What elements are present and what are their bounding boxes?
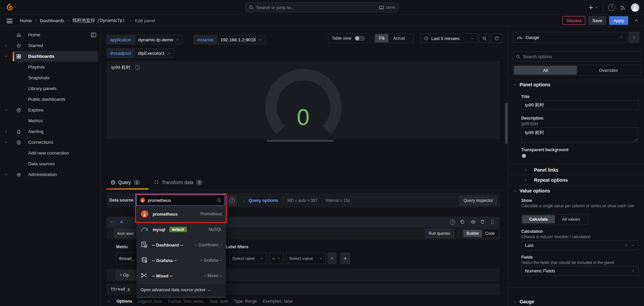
exemplars-meta: Exemplars: false: [263, 299, 293, 304]
fill-option[interactable]: Fill: [375, 34, 388, 42]
chevron-right-icon: [524, 168, 527, 172]
datasource-picker-input[interactable]: prometheus: [137, 195, 225, 206]
breadcrumb-home[interactable]: Home: [20, 18, 32, 23]
panel-resize-handle[interactable]: [267, 140, 334, 142]
open-advanced-picker-link[interactable]: Open advanced data source picker →: [137, 283, 226, 296]
query-help-icon[interactable]: ?: [450, 219, 455, 225]
news-icon[interactable]: [620, 4, 626, 11]
tab-all[interactable]: All: [514, 66, 577, 75]
info-icon[interactable]: i: [135, 65, 140, 70]
sidebar-item-home[interactable]: Home: [0, 30, 101, 40]
all-values-option[interactable]: All values: [555, 215, 587, 223]
collapse-pane-button[interactable]: [629, 32, 639, 43]
help-button[interactable]: ?: [608, 4, 615, 11]
chevron-right-icon[interactable]: [4, 173, 8, 176]
trash-icon[interactable]: [480, 219, 485, 224]
sidebar-item-connections[interactable]: Connections: [0, 137, 101, 148]
section-value-options[interactable]: Value options: [513, 188, 550, 193]
sidebar-item-data-sources[interactable]: Data sources: [0, 159, 101, 169]
options-toggle[interactable]: Options: [116, 299, 132, 304]
sidebar-item-public-dashboards[interactable]: Public dashboards: [0, 94, 101, 105]
save-button[interactable]: Save: [588, 16, 606, 25]
builder-option[interactable]: Builder: [463, 230, 482, 237]
description-textarea[interactable]: tp99 耗时: [521, 127, 638, 143]
apply-button[interactable]: Apply: [609, 16, 628, 25]
fields-select[interactable]: Numeric Fields: [521, 266, 639, 276]
menu-toggle-button[interactable]: [7, 19, 12, 25]
add-filter-button[interactable]: [340, 253, 350, 264]
title-input[interactable]: tp99 耗时: [521, 100, 639, 110]
sidebar-item-metrics[interactable]: Metrics: [0, 116, 101, 126]
resize-corner-icon[interactable]: [634, 138, 637, 141]
close-icon[interactable]: [624, 244, 628, 247]
datasource-option-prometheus[interactable]: prometheus Prometheus: [137, 206, 226, 222]
chevron-down-icon[interactable]: [4, 54, 8, 58]
chevron-down-icon[interactable]: [4, 108, 8, 112]
tab-transform-data[interactable]: Transform data 0: [154, 179, 203, 185]
drag-handle-icon[interactable]: [490, 220, 495, 224]
kick-start-button[interactable]: Kick start: [114, 229, 137, 238]
query-inspector-button[interactable]: Query inspector: [460, 195, 497, 206]
grafana-logo[interactable]: [6, 3, 13, 11]
copy-icon[interactable]: [460, 219, 465, 224]
sidebar-item-administration[interactable]: Administration: [0, 169, 101, 180]
query-options-toggle[interactable]: Query options: [249, 198, 278, 203]
zoom-out-button[interactable]: [479, 34, 489, 43]
user-avatar[interactable]: [631, 3, 639, 12]
sidebar-item-explore[interactable]: Explore: [0, 105, 101, 116]
chevron-down-icon[interactable]: [109, 220, 113, 224]
breadcrumb-dashboard-name[interactable]: 线程池监控（DynamicTp）: [72, 17, 127, 24]
chevron-right-icon[interactable]: [4, 44, 8, 47]
section-repeat-options[interactable]: Repeat options: [513, 177, 568, 183]
mixed-datasource-icon: [141, 272, 148, 279]
sidebar-item-dashboards[interactable]: Dashboards: [0, 51, 101, 62]
calculation-select[interactable]: Last: [521, 241, 639, 250]
sidebar-item-snapshots[interactable]: Snapshots: [0, 73, 101, 83]
toggle-off[interactable]: [355, 36, 365, 41]
remove-filter-button[interactable]: [328, 253, 336, 264]
discard-button[interactable]: Discard: [562, 16, 585, 25]
vertical-scrollbar[interactable]: [505, 103, 507, 144]
search-options-input[interactable]: Search options: [513, 51, 641, 61]
chevron-down-icon[interactable]: [4, 140, 8, 144]
datasource-option-grafana[interactable]: -- Grafana -- -- Grafana --: [137, 253, 226, 268]
calculate-option[interactable]: Calculate: [522, 215, 555, 223]
variable-value-dropdown[interactable]: dynamic-tp-demo: [135, 35, 183, 44]
chevron-right-icon[interactable]: [107, 300, 110, 303]
section-gauge[interactable]: Gauge: [513, 299, 534, 304]
visualization-picker[interactable]: Gauge: [513, 32, 627, 43]
sidebar-item-library-panels[interactable]: Library panels: [0, 83, 101, 94]
section-panel-options[interactable]: Panel options: [513, 82, 550, 87]
datasource-option-dashboard[interactable]: -- Dashboard -- -- Dashboard --: [137, 237, 226, 253]
datasource-option-mixed[interactable]: -- Mixed -- -- Mixed --: [137, 268, 226, 283]
code-option[interactable]: Code: [482, 230, 497, 237]
chevron-right-icon[interactable]: [242, 199, 246, 203]
chevron-right-icon[interactable]: [4, 130, 8, 133]
collapse-controls-icon[interactable]: [634, 18, 639, 23]
datasource-option-mysql[interactable]: mysql default MySQL: [137, 222, 226, 237]
time-range-picker[interactable]: Last 5 minutes: [420, 34, 478, 43]
refresh-button[interactable]: [491, 34, 502, 43]
breadcrumb-dashboards[interactable]: Dashboards: [40, 18, 64, 23]
table-view-toggle[interactable]: Table view: [328, 34, 371, 43]
actual-option[interactable]: Actual: [389, 34, 409, 42]
tab-overrides[interactable]: Overrides: [577, 66, 640, 75]
sidebar-item-starred[interactable]: Starred: [0, 40, 101, 51]
search-icon: [516, 54, 520, 59]
run-queries-button[interactable]: Run queries: [425, 229, 454, 238]
global-search-input[interactable]: Search or jump to... ctrl+k: [245, 2, 399, 12]
tab-query[interactable]: Query 1: [111, 179, 140, 185]
sidebar-item-add-new-connection[interactable]: Add new connection: [0, 148, 101, 159]
operator-dropdown[interactable]: =: [269, 253, 283, 264]
select-label-dropdown[interactable]: Select label: [229, 253, 267, 264]
add-new-button[interactable]: [588, 5, 598, 10]
sidebar-item-playlists[interactable]: Playlists: [0, 62, 101, 73]
variable-value-dropdown[interactable]: dtpExecutor1: [135, 48, 175, 58]
select-value-dropdown[interactable]: Select value: [286, 253, 326, 264]
gauge-panel[interactable]: tp99 耗时 i 0: [107, 61, 500, 139]
eye-icon[interactable]: [471, 219, 476, 225]
section-panel-links[interactable]: Panel links: [513, 167, 558, 173]
datasource-help-button[interactable]: ?: [227, 195, 237, 206]
sidebar-item-alerting[interactable]: Alerting: [0, 126, 101, 137]
variable-value-dropdown[interactable]: 192.168.1.2:9018: [217, 35, 266, 44]
